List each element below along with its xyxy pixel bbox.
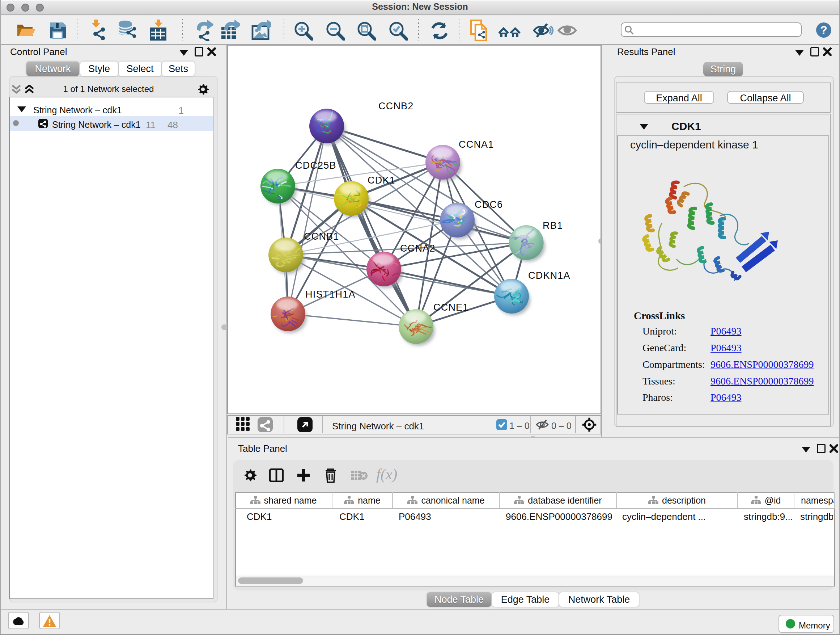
svg-text:CDKN1A: CDKN1A (528, 270, 570, 281)
svg-text:HIST1H1A: HIST1H1A (305, 289, 355, 300)
svg-text:CCNB1: CCNB1 (304, 231, 339, 242)
svg-text:CDK1: CDK1 (368, 175, 395, 186)
svg-text:CCNB2: CCNB2 (378, 101, 414, 111)
svg-text:CDC25B: CDC25B (295, 160, 336, 171)
svg-text:CDC6: CDC6 (475, 199, 503, 210)
svg-text:RB1: RB1 (543, 220, 563, 231)
svg-text:CCNE1: CCNE1 (433, 302, 469, 313)
svg-text:CCNA1: CCNA1 (459, 139, 494, 150)
svg-text:CCNA2: CCNA2 (400, 243, 436, 254)
